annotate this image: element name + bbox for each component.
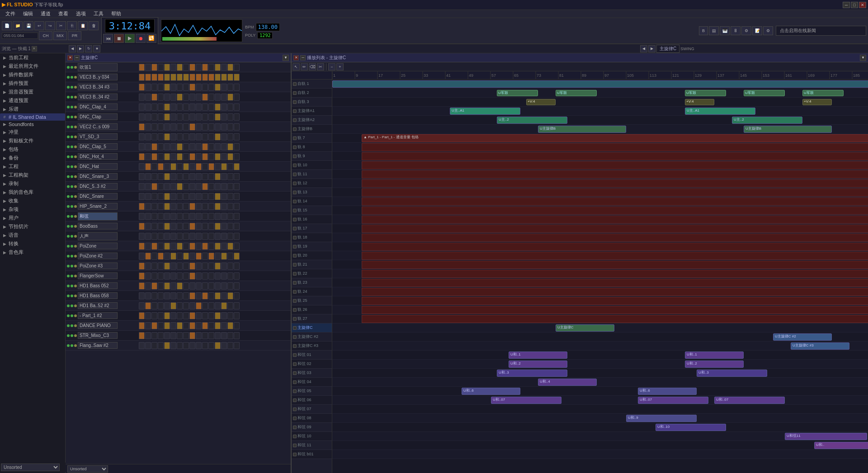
beat-step-2[interactable] — [151, 213, 157, 220]
beat-step-1[interactable] — [145, 193, 151, 200]
beat-step-15[interactable] — [234, 262, 240, 270]
beat-step-6[interactable] — [177, 213, 183, 220]
beat-step-13[interactable] — [221, 282, 227, 290]
channel-enable-dot[interactable] — [67, 314, 70, 317]
sidebar-item-project-structure[interactable]: ▶ 工程构架 — [0, 171, 65, 179]
beat-step-4[interactable] — [164, 332, 170, 339]
track-lock-icon[interactable] — [293, 127, 297, 131]
channel-name-label[interactable]: 吹笛1 — [78, 63, 118, 71]
track-label[interactable]: 和弦 03 — [292, 369, 332, 378]
beat-step-6[interactable] — [177, 322, 183, 329]
track-block-drum[interactable]: U军鼓 — [556, 90, 597, 96]
beat-step-12[interactable] — [215, 292, 221, 300]
beat-step-15[interactable] — [234, 123, 240, 131]
channel-name-label[interactable]: VT_SD_3 — [78, 133, 118, 140]
track-lock-icon[interactable] — [293, 182, 297, 185]
beat-step-7[interactable] — [183, 292, 189, 300]
beat-step-0[interactable] — [139, 233, 145, 240]
beat-step-11[interactable] — [208, 94, 214, 101]
track-label[interactable]: 自轨 2 — [292, 89, 332, 98]
menu-file[interactable]: 文件 — [2, 9, 19, 18]
beat-step-12[interactable] — [215, 302, 221, 309]
channel-mute-dot[interactable] — [71, 185, 73, 188]
beat-step-10[interactable] — [202, 133, 208, 140]
sidebar-item-recording[interactable]: ▶ 录制 — [0, 179, 65, 188]
channel-enable-dot[interactable] — [67, 165, 70, 168]
beat-step-0[interactable] — [139, 253, 145, 260]
beat-step-9[interactable] — [196, 123, 202, 131]
track-lock-icon[interactable] — [293, 335, 297, 339]
news-area[interactable]: 点击启用在线新闻 — [776, 26, 866, 36]
beat-step-12[interactable] — [215, 223, 221, 230]
track-lock-icon[interactable] — [293, 263, 297, 267]
track-label[interactable]: 轨 16 — [292, 215, 332, 224]
beat-step-1[interactable] — [145, 243, 151, 250]
channel-solo-dot[interactable] — [74, 215, 77, 218]
browser-btn[interactable]: B — [699, 26, 708, 35]
beat-step-4[interactable] — [164, 292, 170, 300]
beat-step-13[interactable] — [221, 253, 227, 260]
beat-step-2[interactable] — [151, 342, 157, 349]
track-block-vel[interactable]: +V:4 — [685, 99, 714, 105]
beat-step-11[interactable] — [208, 262, 214, 270]
track-block[interactable] — [362, 297, 868, 305]
playlist-tool-draw[interactable]: ✏ — [301, 63, 308, 70]
track-lock-icon[interactable] — [293, 227, 297, 230]
beat-step-3[interactable] — [158, 94, 164, 101]
beat-step-5[interactable] — [170, 183, 176, 190]
track-lock-icon[interactable] — [293, 191, 297, 194]
beat-step-4[interactable] — [164, 133, 170, 140]
beat-step-11[interactable] — [208, 292, 214, 300]
track-lock-icon[interactable] — [293, 245, 297, 248]
beat-step-4[interactable] — [164, 143, 170, 150]
menu-options[interactable]: 选项 — [72, 9, 90, 18]
beat-step-7[interactable] — [183, 342, 189, 349]
beat-step-6[interactable] — [177, 133, 183, 140]
beat-step-14[interactable] — [227, 163, 233, 170]
track-block[interactable] — [362, 152, 868, 160]
browser-close[interactable]: ✕ — [32, 46, 37, 52]
beat-step-5[interactable] — [170, 292, 176, 300]
beat-step-10[interactable] — [202, 183, 208, 190]
channel-name-label[interactable]: VEC3 B..y 034 — [78, 74, 118, 80]
channel-solo-dot[interactable] — [74, 116, 77, 118]
beat-step-12[interactable] — [215, 133, 221, 140]
track-block-drum[interactable]: U军鼓 — [685, 90, 726, 96]
track-lock-icon[interactable] — [293, 444, 297, 447]
beat-step-14[interactable] — [227, 103, 233, 111]
channel-name-label[interactable]: DNC_Hat — [78, 163, 118, 170]
beat-step-15[interactable] — [234, 183, 240, 190]
beat-step-9[interactable] — [196, 64, 202, 71]
track-block[interactable] — [362, 234, 868, 242]
beat-step-8[interactable] — [189, 213, 195, 220]
beat-step-5[interactable] — [170, 103, 176, 111]
beat-step-2[interactable] — [151, 332, 157, 339]
beat-step-13[interactable] — [221, 153, 227, 160]
beat-step-14[interactable] — [227, 203, 233, 210]
sidebar-item-user[interactable]: ▶ 用户 — [0, 214, 65, 222]
beat-step-5[interactable] — [170, 213, 176, 220]
beat-step-11[interactable] — [208, 193, 214, 200]
beat-step-6[interactable] — [177, 233, 183, 240]
beat-step-11[interactable] — [208, 223, 214, 230]
beat-step-6[interactable] — [177, 342, 183, 349]
beat-step-8[interactable] — [189, 143, 195, 150]
tb-redo[interactable]: ↪ — [45, 21, 55, 30]
channel-name-label[interactable]: DNC_Snare — [78, 193, 118, 200]
track-block[interactable]: U和..9 — [626, 415, 697, 422]
track-lock-icon[interactable] — [293, 290, 297, 294]
track-block[interactable]: U主旋律B — [538, 126, 626, 133]
beat-step-11[interactable] — [208, 233, 214, 240]
channel-mute-dot[interactable] — [71, 116, 73, 118]
beat-step-11[interactable] — [208, 64, 214, 71]
beat-step-5[interactable] — [170, 123, 176, 131]
beat-step-14[interactable] — [227, 133, 233, 140]
channel-solo-dot[interactable] — [74, 76, 77, 79]
beat-step-9[interactable] — [196, 342, 202, 349]
tb-copy[interactable]: ⎘ — [67, 21, 77, 30]
channel-name-label[interactable]: STR_Mixo_C3 — [78, 332, 118, 339]
beat-panel-close[interactable]: ✕ — [67, 55, 73, 61]
browser-tb-refresh[interactable]: ↻ — [85, 45, 92, 52]
channel-solo-dot[interactable] — [74, 255, 77, 258]
playlist-zoom-in[interactable]: + — [336, 63, 344, 70]
